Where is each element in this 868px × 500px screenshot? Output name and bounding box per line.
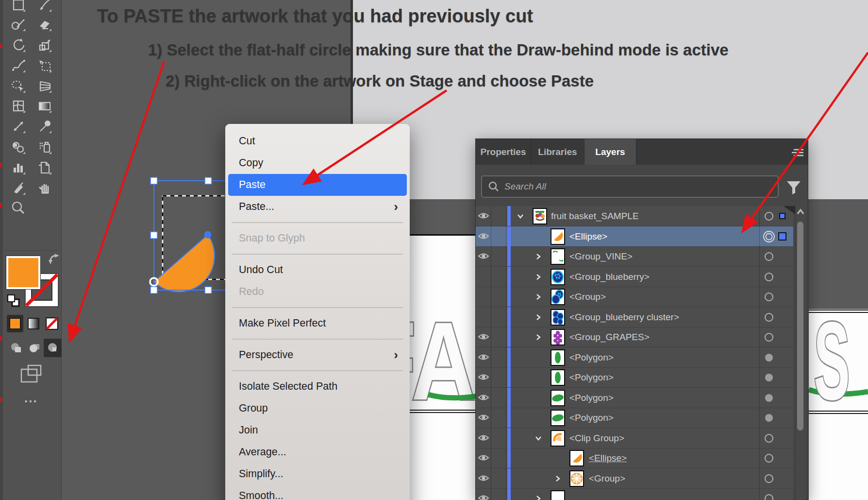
perspective-grid-tool[interactable] bbox=[36, 78, 53, 94]
default-fill-stroke-icon[interactable] bbox=[6, 294, 22, 309]
layer-label[interactable]: <Clip Group> bbox=[569, 428, 624, 448]
layer-thumbnail-leaf-vertical[interactable] bbox=[551, 369, 565, 386]
chevron-right-icon[interactable] bbox=[534, 253, 542, 262]
gradient-button[interactable] bbox=[25, 315, 42, 332]
target-circle-hollow[interactable] bbox=[763, 250, 775, 265]
layer-thumbnail-grapes[interactable] bbox=[551, 329, 565, 345]
width-tool[interactable] bbox=[10, 57, 27, 74]
visibility-eye-icon[interactable] bbox=[478, 413, 489, 422]
layer-row-polygon[interactable]: <Polygon> bbox=[476, 347, 793, 368]
chevron-right-icon[interactable] bbox=[534, 333, 542, 343]
shape-builder-tool[interactable] bbox=[10, 16, 27, 33]
menu-item-perspective[interactable]: Perspective› bbox=[228, 344, 407, 366]
layer-thumbnail-orange-half[interactable] bbox=[551, 228, 565, 245]
artboard-tool[interactable] bbox=[36, 159, 53, 176]
visibility-eye-icon[interactable] bbox=[478, 372, 489, 382]
layer-row-fruit-basket-sample[interactable]: fruit basket_SAMPLE bbox=[476, 206, 793, 226]
target-circle-filled[interactable] bbox=[763, 392, 775, 406]
target-circle-filled[interactable] bbox=[763, 371, 775, 386]
target-circle-hollow[interactable] bbox=[763, 452, 775, 466]
eraser-tool[interactable] bbox=[36, 16, 53, 33]
menu-item-isolate-selected-path[interactable]: Isolate Selected Path bbox=[228, 376, 407, 397]
draw-inside-button[interactable] bbox=[44, 339, 62, 357]
layer-row-group[interactable]: <Group> bbox=[476, 287, 793, 307]
draw-behind-button[interactable] bbox=[25, 339, 43, 357]
layer-thumbnail-leaf-horizontal[interactable] bbox=[551, 390, 565, 406]
chevron-right-icon[interactable] bbox=[534, 273, 542, 283]
layer-label[interactable]: <Group> bbox=[589, 468, 625, 489]
layer-thumbnail-fruit-basket[interactable] bbox=[533, 208, 547, 224]
layer-thumbnail-blueberry-pair[interactable] bbox=[551, 289, 565, 305]
target-circle-hollow[interactable] bbox=[763, 432, 775, 447]
layer-row-group-blueberry-cluster[interactable]: <Group_blueberry cluster> bbox=[476, 307, 793, 328]
menu-item-paste[interactable]: Paste bbox=[228, 174, 407, 196]
chevron-down-icon[interactable] bbox=[534, 434, 542, 444]
scrollbar-thumb[interactable] bbox=[797, 222, 803, 431]
layer-row-ellipse[interactable]: <Ellipse> bbox=[476, 448, 793, 468]
paintbrush-tool[interactable] bbox=[36, 0, 53, 13]
visibility-eye-icon[interactable] bbox=[478, 251, 489, 261]
scale-tool[interactable] bbox=[36, 37, 53, 53]
scroll-up-icon[interactable] bbox=[796, 206, 805, 220]
selection-color-square[interactable] bbox=[778, 232, 786, 241]
free-transform-tool[interactable] bbox=[36, 57, 53, 74]
search-input[interactable]: Search All bbox=[481, 175, 779, 198]
zoom-tool[interactable] bbox=[10, 200, 27, 216]
gradient-tool[interactable] bbox=[36, 98, 53, 114]
rotate-tool[interactable] bbox=[10, 37, 27, 53]
visibility-eye-icon[interactable] bbox=[478, 231, 489, 241]
menu-item-join[interactable]: Join bbox=[228, 419, 407, 441]
target-circle-hollow[interactable] bbox=[763, 291, 775, 305]
layer-row-clip-group[interactable]: <Clip Group> bbox=[476, 428, 793, 448]
layer-label[interactable]: <Ellipse> bbox=[589, 448, 627, 468]
target-circle-hollow[interactable] bbox=[763, 492, 775, 500]
layer-label[interactable]: <Ellipse> bbox=[569, 226, 607, 247]
layer-thumbnail-orange-cross-section[interactable] bbox=[569, 470, 584, 487]
chevron-right-icon[interactable] bbox=[554, 475, 562, 484]
slice-tool[interactable] bbox=[10, 180, 27, 196]
mesh-tool[interactable] bbox=[10, 98, 27, 114]
target-circle-hollow[interactable] bbox=[763, 271, 775, 285]
fill-color-swatch[interactable] bbox=[6, 256, 40, 289]
visibility-eye-icon[interactable] bbox=[478, 473, 489, 483]
visibility-eye-icon[interactable] bbox=[478, 211, 489, 221]
hand-tool[interactable] bbox=[36, 180, 53, 196]
layer-thumbnail-blueberry[interactable] bbox=[551, 269, 565, 285]
layer-thumbnail-blueberry-cluster[interactable] bbox=[551, 309, 565, 326]
layer-row-polygon[interactable]: <Polygon> bbox=[476, 408, 793, 428]
artboard-nav-icon[interactable] bbox=[19, 363, 45, 386]
menu-item-simplify[interactable]: Simplify... bbox=[228, 463, 407, 485]
menu-item-undo-cut[interactable]: Undo Cut bbox=[228, 259, 407, 281]
measure-tool[interactable] bbox=[10, 118, 27, 135]
shaper-tool[interactable] bbox=[10, 78, 27, 94]
graph-tool[interactable] bbox=[10, 159, 27, 176]
visibility-eye-icon[interactable] bbox=[478, 453, 489, 463]
menu-item-group[interactable]: Group bbox=[228, 397, 407, 419]
layer-label[interactable]: <Polygon> bbox=[569, 388, 614, 408]
target-circle-hollow[interactable] bbox=[763, 311, 775, 326]
visibility-eye-icon[interactable] bbox=[478, 493, 489, 500]
layer-label[interactable]: <Group_VINE> bbox=[569, 246, 633, 267]
color-fill-button[interactable] bbox=[7, 315, 23, 332]
layer-row-group-blueberry[interactable]: <Group_blueberry> bbox=[476, 267, 793, 287]
layer-thumbnail-orange-half[interactable] bbox=[569, 450, 584, 466]
tab-libraries[interactable]: Libraries bbox=[531, 139, 584, 165]
chevron-right-icon[interactable] bbox=[534, 495, 542, 500]
layer-label[interactable]: <Group_blueberry cluster> bbox=[569, 307, 679, 328]
visibility-eye-icon[interactable] bbox=[478, 352, 489, 362]
layer-label[interactable]: <Polygon> bbox=[569, 408, 614, 428]
layer-thumbnail-red-fruit[interactable] bbox=[551, 490, 565, 500]
layer-thumbnail-orange-slice[interactable] bbox=[551, 430, 565, 447]
target-circle-double[interactable] bbox=[763, 230, 775, 245]
menu-item-cut[interactable]: Cut bbox=[228, 130, 407, 152]
none-button[interactable] bbox=[44, 315, 60, 332]
layer-thumbnail-leaf-vertical[interactable] bbox=[551, 349, 565, 366]
panel-menu-icon[interactable] bbox=[792, 148, 804, 157]
layer-thumbnail-vine[interactable] bbox=[551, 248, 565, 265]
layer-row[interactable] bbox=[476, 488, 793, 500]
visibility-eye-icon[interactable] bbox=[478, 393, 489, 402]
target-circle-filled[interactable] bbox=[763, 351, 775, 366]
layer-row-group-grapes[interactable]: <Group_GRAPES> bbox=[476, 327, 793, 347]
filter-icon[interactable] bbox=[786, 180, 801, 195]
layers-scrollbar[interactable] bbox=[795, 206, 805, 500]
